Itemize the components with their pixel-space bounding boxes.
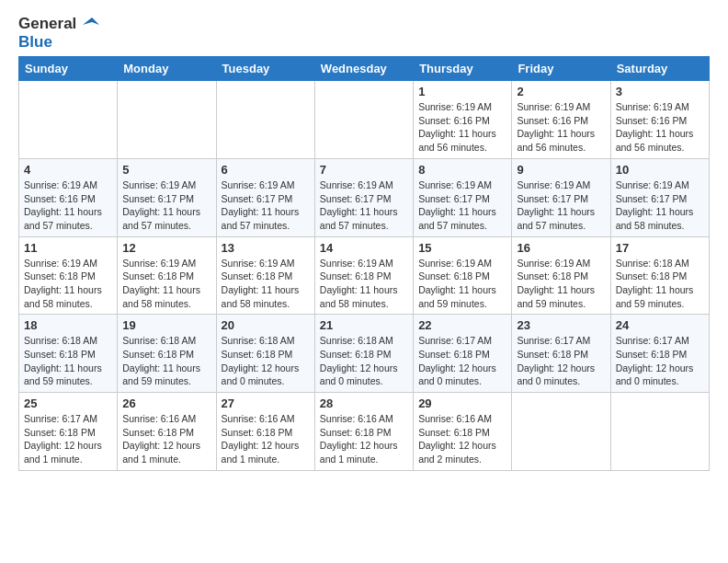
day-info: Sunrise: 6:19 AM Sunset: 6:17 PM Dayligh… <box>418 178 506 233</box>
day-info: Sunrise: 6:18 AM Sunset: 6:18 PM Dayligh… <box>616 257 704 311</box>
day-info: Sunrise: 6:16 AM Sunset: 6:18 PM Dayligh… <box>122 412 210 466</box>
day-info: Sunrise: 6:16 AM Sunset: 6:18 PM Dayligh… <box>320 412 408 466</box>
week-row-2: 4Sunrise: 6:19 AM Sunset: 6:16 PM Daylig… <box>19 158 710 236</box>
day-cell: 24Sunrise: 6:17 AM Sunset: 6:18 PM Dayli… <box>610 315 709 393</box>
day-info: Sunrise: 6:19 AM Sunset: 6:16 PM Dayligh… <box>517 100 605 155</box>
day-cell: 16Sunrise: 6:19 AM Sunset: 6:18 PM Dayli… <box>512 236 610 315</box>
day-number: 4 <box>24 163 112 177</box>
day-info: Sunrise: 6:16 AM Sunset: 6:18 PM Dayligh… <box>222 412 310 466</box>
day-number: 7 <box>320 163 408 177</box>
day-number: 25 <box>24 396 112 410</box>
day-cell: 25Sunrise: 6:17 AM Sunset: 6:18 PM Dayli… <box>19 393 118 471</box>
day-number: 15 <box>418 241 506 255</box>
day-info: Sunrise: 6:17 AM Sunset: 6:18 PM Dayligh… <box>616 334 704 388</box>
day-cell <box>610 393 709 471</box>
day-info: Sunrise: 6:19 AM Sunset: 6:18 PM Dayligh… <box>222 257 310 311</box>
day-info: Sunrise: 6:17 AM Sunset: 6:18 PM Dayligh… <box>418 334 506 388</box>
day-cell: 22Sunrise: 6:17 AM Sunset: 6:18 PM Dayli… <box>414 315 512 393</box>
day-number: 16 <box>517 241 605 255</box>
day-number: 24 <box>616 318 704 332</box>
day-info: Sunrise: 6:19 AM Sunset: 6:18 PM Dayligh… <box>320 257 408 311</box>
day-number: 22 <box>418 318 506 332</box>
day-number: 29 <box>418 396 506 410</box>
day-cell: 18Sunrise: 6:18 AM Sunset: 6:18 PM Dayli… <box>19 315 118 393</box>
svg-marker-0 <box>83 17 99 25</box>
day-info: Sunrise: 6:19 AM Sunset: 6:17 PM Dayligh… <box>320 178 408 233</box>
day-info: Sunrise: 6:19 AM Sunset: 6:18 PM Dayligh… <box>418 257 506 311</box>
page: General Blue SundayMondayTuesdayWednesda… <box>0 0 728 480</box>
day-number: 8 <box>418 163 506 177</box>
day-info: Sunrise: 6:19 AM Sunset: 6:17 PM Dayligh… <box>222 178 310 233</box>
day-cell: 1Sunrise: 6:19 AM Sunset: 6:16 PM Daylig… <box>414 81 512 159</box>
day-number: 3 <box>616 85 704 98</box>
day-number: 23 <box>517 318 605 332</box>
day-number: 26 <box>122 396 210 410</box>
day-cell <box>314 81 413 159</box>
logo-text: General Blue <box>18 15 99 51</box>
week-row-3: 11Sunrise: 6:19 AM Sunset: 6:18 PM Dayli… <box>19 236 710 315</box>
logo-bird-icon <box>83 17 99 32</box>
header-saturday: Saturday <box>610 57 709 81</box>
day-cell: 28Sunrise: 6:16 AM Sunset: 6:18 PM Dayli… <box>314 393 413 471</box>
day-cell: 7Sunrise: 6:19 AM Sunset: 6:17 PM Daylig… <box>314 158 413 236</box>
day-cell: 5Sunrise: 6:19 AM Sunset: 6:17 PM Daylig… <box>118 158 216 236</box>
day-info: Sunrise: 6:19 AM Sunset: 6:16 PM Dayligh… <box>24 178 112 233</box>
day-info: Sunrise: 6:17 AM Sunset: 6:18 PM Dayligh… <box>517 334 605 388</box>
week-row-4: 18Sunrise: 6:18 AM Sunset: 6:18 PM Dayli… <box>19 315 710 393</box>
day-info: Sunrise: 6:19 AM Sunset: 6:16 PM Dayligh… <box>616 100 704 155</box>
day-cell: 11Sunrise: 6:19 AM Sunset: 6:18 PM Dayli… <box>19 236 118 315</box>
day-number: 2 <box>517 85 605 98</box>
day-number: 18 <box>24 318 112 332</box>
day-cell: 3Sunrise: 6:19 AM Sunset: 6:16 PM Daylig… <box>610 81 709 159</box>
day-cell: 6Sunrise: 6:19 AM Sunset: 6:17 PM Daylig… <box>216 158 314 236</box>
logo-line1: General <box>18 15 76 32</box>
day-cell: 8Sunrise: 6:19 AM Sunset: 6:17 PM Daylig… <box>414 158 512 236</box>
day-cell: 12Sunrise: 6:19 AM Sunset: 6:18 PM Dayli… <box>118 236 216 315</box>
day-info: Sunrise: 6:19 AM Sunset: 6:18 PM Dayligh… <box>517 257 605 311</box>
day-cell <box>19 81 118 159</box>
day-cell: 17Sunrise: 6:18 AM Sunset: 6:18 PM Dayli… <box>610 236 709 315</box>
day-number: 6 <box>222 163 310 177</box>
logo-line2: Blue <box>18 33 52 51</box>
day-number: 13 <box>222 241 310 255</box>
header-friday: Friday <box>512 57 610 81</box>
day-info: Sunrise: 6:16 AM Sunset: 6:18 PM Dayligh… <box>418 412 506 466</box>
day-cell: 4Sunrise: 6:19 AM Sunset: 6:16 PM Daylig… <box>19 158 118 236</box>
week-row-1: 1Sunrise: 6:19 AM Sunset: 6:16 PM Daylig… <box>19 81 710 159</box>
day-cell: 14Sunrise: 6:19 AM Sunset: 6:18 PM Dayli… <box>314 236 413 315</box>
header: General Blue <box>18 15 710 51</box>
day-number: 20 <box>222 318 310 332</box>
day-number: 1 <box>418 85 506 98</box>
day-cell: 2Sunrise: 6:19 AM Sunset: 6:16 PM Daylig… <box>512 81 610 159</box>
day-info: Sunrise: 6:19 AM Sunset: 6:18 PM Dayligh… <box>122 257 210 311</box>
week-row-5: 25Sunrise: 6:17 AM Sunset: 6:18 PM Dayli… <box>19 393 710 471</box>
header-monday: Monday <box>118 57 216 81</box>
day-cell: 13Sunrise: 6:19 AM Sunset: 6:18 PM Dayli… <box>216 236 314 315</box>
day-number: 11 <box>24 241 112 255</box>
day-info: Sunrise: 6:18 AM Sunset: 6:18 PM Dayligh… <box>122 334 210 388</box>
day-cell: 29Sunrise: 6:16 AM Sunset: 6:18 PM Dayli… <box>414 393 512 471</box>
day-number: 27 <box>222 396 310 410</box>
day-cell: 20Sunrise: 6:18 AM Sunset: 6:18 PM Dayli… <box>216 315 314 393</box>
day-cell: 27Sunrise: 6:16 AM Sunset: 6:18 PM Dayli… <box>216 393 314 471</box>
logo: General Blue <box>18 15 99 51</box>
day-info: Sunrise: 6:19 AM Sunset: 6:18 PM Dayligh… <box>24 257 112 311</box>
day-number: 17 <box>616 241 704 255</box>
day-cell <box>512 393 610 471</box>
day-number: 19 <box>122 318 210 332</box>
day-cell: 23Sunrise: 6:17 AM Sunset: 6:18 PM Dayli… <box>512 315 610 393</box>
day-cell: 21Sunrise: 6:18 AM Sunset: 6:18 PM Dayli… <box>314 315 413 393</box>
day-number: 12 <box>122 241 210 255</box>
day-number: 9 <box>517 163 605 177</box>
day-cell: 19Sunrise: 6:18 AM Sunset: 6:18 PM Dayli… <box>118 315 216 393</box>
day-info: Sunrise: 6:19 AM Sunset: 6:17 PM Dayligh… <box>122 178 210 233</box>
day-info: Sunrise: 6:19 AM Sunset: 6:16 PM Dayligh… <box>418 100 506 155</box>
day-info: Sunrise: 6:18 AM Sunset: 6:18 PM Dayligh… <box>24 334 112 388</box>
day-number: 28 <box>320 396 408 410</box>
day-number: 5 <box>122 163 210 177</box>
day-cell: 15Sunrise: 6:19 AM Sunset: 6:18 PM Dayli… <box>414 236 512 315</box>
day-info: Sunrise: 6:19 AM Sunset: 6:17 PM Dayligh… <box>517 178 605 233</box>
header-row: SundayMondayTuesdayWednesdayThursdayFrid… <box>19 57 710 81</box>
header-tuesday: Tuesday <box>216 57 314 81</box>
day-info: Sunrise: 6:18 AM Sunset: 6:18 PM Dayligh… <box>320 334 408 388</box>
